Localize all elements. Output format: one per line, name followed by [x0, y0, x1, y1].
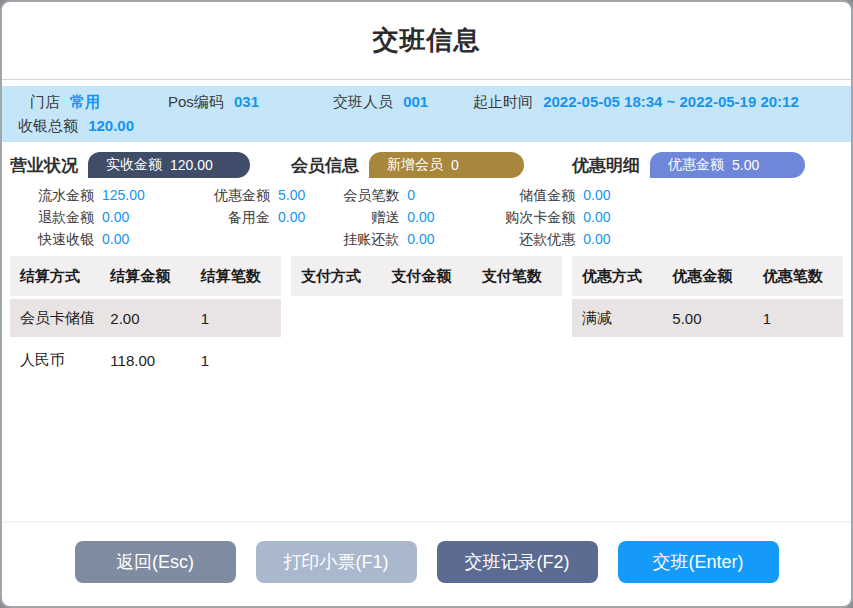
- payment-table: 支付方式 支付金额 支付笔数: [291, 256, 562, 299]
- stat-label: 备用金: [180, 208, 278, 227]
- time-range-value: 2022-05-05 18:34 ~ 2022-05-19 20:12: [543, 93, 799, 110]
- column-header: 结算方式: [10, 267, 100, 286]
- stat-label: 优惠金额: [180, 186, 278, 205]
- stat-value: 0.00: [407, 208, 485, 227]
- column-header: 优惠方式: [572, 267, 662, 286]
- stat-label: 赠送: [315, 208, 407, 227]
- info-row-1: 门店 常用 Pos编码 031 交班人员 001 起止时间 2022-05-05…: [18, 93, 837, 112]
- column-header: 结算笔数: [191, 267, 281, 286]
- pos-code-value: 031: [234, 93, 259, 110]
- title-bar: 交班信息: [2, 2, 851, 80]
- info-row-2: 收银总额 120.00: [18, 117, 837, 136]
- tables-row: 结算方式 结算金额 结算笔数 会员卡储值 2.00 1 人民币 118.00 1…: [2, 254, 851, 521]
- pos-code-label: Pos编码: [168, 93, 224, 110]
- stat-value: 125.00: [102, 186, 180, 205]
- cashier-field: 交班人员 001: [333, 93, 473, 112]
- received-amount-label: 实收金额: [106, 156, 162, 174]
- shift-info-dialog: 交班信息 门店 常用 Pos编码 031 交班人员 001 起止时间 2022-…: [0, 0, 853, 608]
- discount-table: 优惠方式 优惠金额 优惠笔数 满减 5.00 1: [572, 256, 843, 341]
- cell-settle-method: 会员卡储值: [10, 309, 100, 328]
- shift-confirm-button[interactable]: 交班(Enter): [618, 541, 779, 583]
- stat-value: 0.00: [278, 208, 305, 227]
- new-member-label: 新增会员: [387, 156, 443, 174]
- cell-settle-count: 1: [191, 310, 281, 327]
- stat-label: 挂账还款: [315, 230, 407, 249]
- payment-table-header: 支付方式 支付金额 支付笔数: [291, 256, 562, 296]
- member-stats: 会员笔数 0 储值金额 0.00 赠送 0.00 购次卡金额 0.00 挂账还款…: [315, 186, 610, 254]
- shift-record-button[interactable]: 交班记录(F2): [437, 541, 598, 583]
- cash-total-label: 收银总额: [18, 117, 78, 134]
- column-header: 支付笔数: [472, 267, 562, 286]
- cell-discount-amount: 5.00: [662, 310, 752, 327]
- discount-amount-label: 优惠金额: [668, 156, 724, 174]
- page-title: 交班信息: [373, 23, 481, 58]
- settlement-table-header: 结算方式 结算金额 结算笔数: [10, 256, 281, 296]
- stat-label: 退款金额: [10, 208, 102, 227]
- cell-settle-amount: 118.00: [100, 352, 190, 369]
- received-amount-value: 120.00: [170, 157, 213, 173]
- discount-table-header: 优惠方式 优惠金额 优惠笔数: [572, 256, 843, 296]
- received-amount-badge: 实收金额 120.00: [88, 152, 250, 178]
- discount-detail-title: 优惠明细: [572, 154, 640, 177]
- time-range-field: 起止时间 2022-05-05 18:34 ~ 2022-05-19 20:12: [473, 93, 837, 112]
- store-value: 常用: [70, 93, 100, 110]
- discount-amount-badge: 优惠金额 5.00: [650, 152, 805, 178]
- stat-label: 会员笔数: [315, 186, 407, 205]
- cell-discount-count: 1: [753, 310, 843, 327]
- column-header: 支付方式: [291, 267, 381, 286]
- stat-value: 0.00: [583, 186, 610, 205]
- member-info-title: 会员信息: [291, 154, 359, 177]
- cell-settle-method: 人民币: [10, 351, 100, 370]
- stat-value: 0.00: [102, 208, 180, 227]
- summary-row: 营业状况 实收金额 120.00 会员信息 新增会员 0 优惠明细 优惠金额 5…: [2, 142, 851, 178]
- new-member-badge: 新增会员 0: [369, 152, 524, 178]
- table-row: 人民币 118.00 1: [10, 341, 281, 379]
- store-label: 门店: [30, 93, 60, 110]
- stat-label: 快速收银: [10, 230, 102, 249]
- stat-label: 流水金额: [10, 186, 102, 205]
- cashier-value: 001: [403, 93, 428, 110]
- column-header: 支付金额: [381, 267, 471, 286]
- back-button[interactable]: 返回(Esc): [75, 541, 236, 583]
- print-receipt-button[interactable]: 打印小票(F1): [256, 541, 417, 583]
- stat-value: 0.00: [583, 208, 610, 227]
- section-business-status: 营业状况 实收金额 120.00: [10, 152, 281, 178]
- column-header: 结算金额: [100, 267, 190, 286]
- table-row: 满减 5.00 1: [572, 299, 843, 337]
- cash-total-value: 120.00: [88, 117, 134, 134]
- cell-settle-count: 1: [191, 352, 281, 369]
- cell-settle-amount: 2.00: [100, 310, 190, 327]
- discount-stats-empty: [621, 186, 844, 254]
- footer-button-bar: 返回(Esc) 打印小票(F1) 交班记录(F2) 交班(Enter): [2, 521, 851, 606]
- discount-amount-value: 5.00: [732, 157, 759, 173]
- stat-label: 储值金额: [485, 186, 583, 205]
- business-status-title: 营业状况: [10, 154, 78, 177]
- stat-value: 0.00: [583, 230, 610, 249]
- business-stats: 流水金额 125.00 优惠金额 5.00 退款金额 0.00 备用金 0.00…: [10, 186, 305, 254]
- new-member-value: 0: [451, 157, 459, 173]
- section-discount-detail: 优惠明细 优惠金额 5.00: [572, 152, 843, 178]
- stats-row: 流水金额 125.00 优惠金额 5.00 退款金额 0.00 备用金 0.00…: [2, 178, 851, 254]
- column-header: 优惠金额: [662, 267, 752, 286]
- stat-value: 0: [407, 186, 485, 205]
- stat-value: 0.00: [407, 230, 485, 249]
- column-header: 优惠笔数: [753, 267, 843, 286]
- stat-label: 还款优惠: [485, 230, 583, 249]
- stat-value: 5.00: [278, 186, 305, 205]
- settlement-table: 结算方式 结算金额 结算笔数 会员卡储值 2.00 1 人民币 118.00 1: [10, 256, 281, 383]
- cell-discount-method: 满减: [572, 309, 662, 328]
- cashier-label: 交班人员: [333, 93, 393, 110]
- pos-code-field: Pos编码 031: [168, 93, 333, 112]
- table-row: 会员卡储值 2.00 1: [10, 299, 281, 337]
- shift-info-bar: 门店 常用 Pos编码 031 交班人员 001 起止时间 2022-05-05…: [2, 86, 851, 142]
- time-range-label: 起止时间: [473, 93, 533, 110]
- store-field: 门店 常用: [18, 93, 168, 112]
- section-member-info: 会员信息 新增会员 0: [291, 152, 562, 178]
- stat-value: 0.00: [102, 230, 180, 249]
- stat-label: 购次卡金额: [485, 208, 583, 227]
